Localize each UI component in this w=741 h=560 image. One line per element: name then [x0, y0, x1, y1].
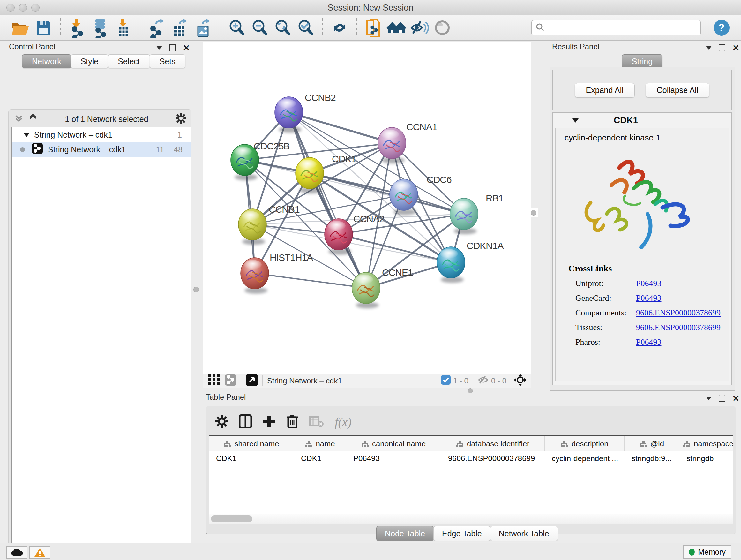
- table-panel-menu-icon[interactable]: [706, 396, 712, 400]
- control-panel-menu-icon[interactable]: [156, 46, 162, 50]
- crosslink-row-genecard: GeneCard: P06493: [576, 291, 729, 306]
- string-style-toggle-button[interactable]: [409, 18, 429, 38]
- tab-node-table[interactable]: Node Table: [376, 526, 434, 541]
- node-RB1[interactable]: RB1: [450, 193, 503, 234]
- tab-edge-table[interactable]: Edge Table: [433, 526, 490, 541]
- network-options-gear-icon[interactable]: [176, 113, 186, 125]
- navigator-crosshair-icon[interactable]: [514, 374, 527, 388]
- export-network-button[interactable]: [147, 18, 167, 38]
- search-box[interactable]: [531, 20, 701, 36]
- network-view-icon[interactable]: [225, 374, 237, 388]
- warnings-button[interactable]: [29, 546, 51, 559]
- cloud-status-button[interactable]: [6, 546, 27, 559]
- results-panel-float-icon[interactable]: [719, 44, 725, 51]
- results-panel-title: Results Panel: [552, 42, 599, 51]
- search-input[interactable]: [548, 23, 697, 33]
- tab-network-table[interactable]: Network Table: [490, 526, 558, 541]
- table-panel-float-icon[interactable]: [719, 395, 725, 402]
- node-CCNE1[interactable]: CCNE1: [352, 267, 413, 308]
- node-CDKN1A[interactable]: CDKN1A: [437, 240, 504, 283]
- table-panel-close-icon[interactable]: ✕: [732, 395, 739, 401]
- node-CCNB2[interactable]: CCNB2: [275, 92, 336, 133]
- edge-HIST1H1A-CCNE1[interactable]: [255, 273, 366, 288]
- birds-eye-view-icon[interactable]: [246, 374, 258, 388]
- zoom-out-button[interactable]: [250, 18, 270, 38]
- import-network-database-button[interactable]: [90, 18, 110, 38]
- control-panel-float-icon[interactable]: [169, 44, 176, 51]
- node-CDC6[interactable]: CDC6: [390, 174, 452, 215]
- collapse-all-button[interactable]: Collapse All: [646, 83, 710, 98]
- table-cell: 9606.ENSP00000378699: [441, 454, 545, 463]
- export-table-button[interactable]: [170, 18, 190, 38]
- tab-sets[interactable]: Sets: [150, 54, 185, 68]
- grid-view-icon[interactable]: [208, 374, 220, 388]
- edge-CCNB2-CCNA1[interactable]: [289, 112, 392, 143]
- results-panel-menu-icon[interactable]: [706, 46, 712, 50]
- tab-style[interactable]: Style: [71, 54, 109, 68]
- glass-effect-toggle-button[interactable]: [432, 18, 452, 38]
- column-header-namespace[interactable]: namespace: [679, 436, 733, 451]
- save-session-button[interactable]: [33, 18, 53, 38]
- crosslink-row-pharos: Pharos: P06493: [576, 335, 729, 350]
- zoom-fit-button[interactable]: [273, 18, 293, 38]
- tab-select[interactable]: Select: [108, 54, 150, 68]
- crosslink-link[interactable]: P06493: [636, 279, 661, 288]
- help-button[interactable]: ?: [713, 19, 730, 37]
- network-view-toolbar: String Network – cdk1 1 - 0 0 - 0: [203, 374, 531, 388]
- table-row[interactable]: CDK1CDK1P064939606.ENSP00000378699cyclin…: [209, 451, 733, 465]
- node-CCNB1[interactable]: CCNB1: [239, 204, 300, 245]
- node-CDC25B[interactable]: CDC25B: [231, 141, 289, 180]
- import-table-button[interactable]: [113, 18, 133, 38]
- table-options-gear-icon[interactable]: [215, 415, 228, 429]
- network-canvas[interactable]: CCNB2CCNA1CDC25BCDK1CDC6RB1CCNB1CCNA2CDK…: [203, 42, 531, 374]
- crosslink-link[interactable]: 9606.ENSP00000378699: [636, 323, 721, 332]
- delete-column-icon[interactable]: [286, 414, 298, 430]
- left-splitter-handle[interactable]: [193, 287, 199, 293]
- column-header-canonical-name[interactable]: canonical name: [346, 436, 441, 451]
- tree-collapse-icon[interactable]: [23, 133, 30, 137]
- node-HIST1H1A[interactable]: HIST1H1A: [241, 252, 313, 294]
- selected-node-edge-counts: 1 - 0: [453, 376, 468, 385]
- zoom-in-button[interactable]: [227, 18, 247, 38]
- show-columns-icon[interactable]: [239, 415, 252, 430]
- string-home-button[interactable]: [387, 18, 406, 38]
- refresh-button[interactable]: [330, 18, 349, 38]
- add-column-icon[interactable]: [263, 415, 275, 430]
- node-label-CCNB1: CCNB1: [269, 204, 300, 214]
- document-network-button[interactable]: [363, 18, 383, 38]
- table-panel-title: Table Panel: [206, 393, 246, 401]
- zoom-selected-button[interactable]: [296, 18, 316, 38]
- crosslink-link[interactable]: 9606.ENSP00000378699: [636, 308, 721, 318]
- open-session-button[interactable]: [10, 18, 30, 38]
- node-CCNA1[interactable]: CCNA1: [378, 122, 437, 164]
- network-collection-row[interactable]: String Network – cdk1 1: [12, 127, 191, 142]
- tab-network[interactable]: Network: [22, 54, 71, 68]
- results-panel-close-icon[interactable]: ✕: [732, 45, 739, 51]
- network-list: String Network – cdk1 1 String Network –…: [11, 127, 191, 560]
- expand-all-networks-icon[interactable]: [28, 114, 38, 124]
- control-panel-close-icon[interactable]: ✕: [183, 45, 190, 51]
- node-CDK1[interactable]: CDK1: [295, 153, 356, 193]
- column-header-shared-name[interactable]: shared name: [209, 436, 294, 451]
- memory-button[interactable]: Memory: [683, 545, 731, 559]
- column-header-@id[interactable]: @id: [624, 436, 679, 451]
- scrollbar-thumb[interactable]: [211, 515, 253, 522]
- tab-string[interactable]: String: [622, 54, 663, 68]
- column-header-name[interactable]: name: [294, 436, 346, 451]
- import-network-file-button[interactable]: [67, 18, 87, 38]
- table-cell: stringdb:9...: [624, 454, 679, 463]
- node-label-CCNA1: CCNA1: [406, 122, 437, 132]
- table-horizontal-scrollbar[interactable]: [209, 514, 733, 523]
- gene-collapse-icon[interactable]: [572, 118, 579, 123]
- column-header-description[interactable]: description: [545, 436, 624, 451]
- export-image-button[interactable]: [193, 18, 213, 38]
- column-header-database-identifier[interactable]: database identifier: [441, 436, 545, 451]
- selected-checkbox-icon[interactable]: [441, 375, 451, 387]
- network-row[interactable]: String Network – cdk1 11 48: [12, 142, 191, 157]
- node-label-CDK1: CDK1: [332, 153, 356, 164]
- crosslink-link[interactable]: P06493: [636, 337, 661, 347]
- network-selected-label: 1 of 1 Network selected: [38, 115, 176, 124]
- crosslink-link[interactable]: P06493: [636, 294, 661, 303]
- collapse-all-networks-icon[interactable]: [14, 114, 23, 124]
- expand-all-button[interactable]: Expand All: [575, 83, 635, 98]
